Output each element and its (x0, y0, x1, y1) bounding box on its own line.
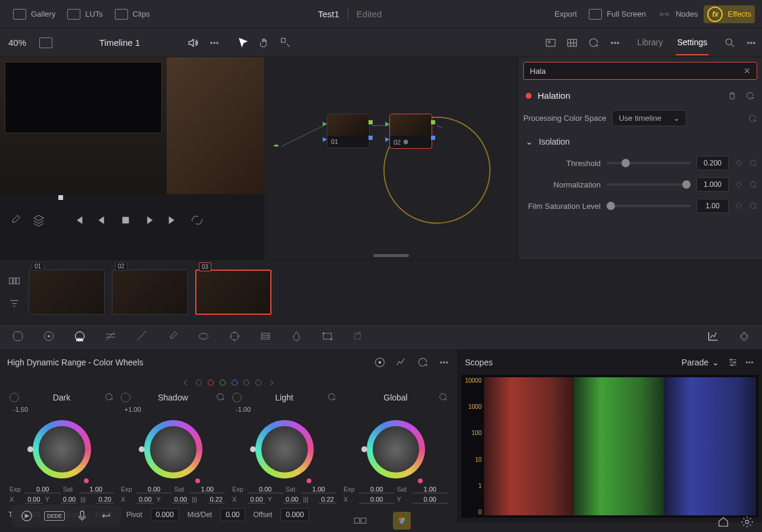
first-frame-button[interactable] (71, 214, 85, 227)
dede-badge[interactable]: DEDE (44, 511, 65, 521)
mute-button[interactable] (182, 32, 204, 54)
stop-button[interactable] (119, 214, 132, 227)
more-wheels-icon[interactable] (438, 356, 450, 368)
grid-mode-icon[interactable] (561, 32, 583, 54)
mic-icon[interactable] (76, 509, 89, 522)
film-sat-value[interactable]: 1.00 (697, 199, 729, 213)
zone-icon[interactable] (374, 356, 386, 368)
search-button[interactable] (719, 32, 741, 54)
viewer-image[interactable] (0, 57, 264, 194)
cursor-tool[interactable] (232, 32, 254, 54)
sizing-icon[interactable] (320, 330, 335, 344)
hand-tool[interactable] (254, 32, 275, 54)
home-icon[interactable] (717, 515, 730, 528)
zone-toggle-icon[interactable] (121, 393, 130, 402)
clear-search-icon[interactable]: ✕ (744, 66, 751, 76)
effects-button[interactable]: fx Effects (704, 5, 755, 23)
image-mode-icon[interactable] (540, 32, 561, 54)
hdr-wheels-icon[interactable]: HDR (73, 330, 87, 344)
key-icon[interactable] (289, 330, 304, 344)
zoom-tool[interactable] (275, 32, 296, 54)
info-icon[interactable] (737, 330, 751, 344)
layers-icon[interactable] (32, 214, 45, 227)
clip-03[interactable]: 03 (195, 270, 271, 315)
luts-button[interactable]: LUTs (61, 5, 109, 23)
reset-pcs-icon[interactable] (748, 114, 757, 123)
node-01[interactable]: 01 ▶ ▶ (327, 114, 370, 148)
node-scroll[interactable] (373, 254, 409, 257)
reset-wheel-icon[interactable] (438, 392, 448, 403)
trash-icon[interactable] (727, 91, 737, 101)
last-frame-button[interactable] (167, 214, 180, 227)
reset-param-icon[interactable] (749, 180, 757, 189)
tab-settings[interactable]: Settings (676, 30, 708, 55)
zone-dot[interactable] (243, 380, 249, 386)
curves-icon[interactable] (135, 330, 149, 344)
zoom-level[interactable]: 40% (0, 37, 35, 48)
pcs-dropdown[interactable]: Use timeline ⌄ (612, 110, 686, 126)
tab-library[interactable]: Library (636, 30, 664, 55)
more-viewer-button[interactable] (204, 32, 225, 54)
3d-icon[interactable] (351, 330, 366, 344)
color-wheels-icon[interactable] (42, 330, 56, 344)
offset-value[interactable]: 0.000 (280, 508, 309, 521)
more-node-button[interactable] (604, 32, 626, 54)
reset-all-icon[interactable] (417, 356, 429, 368)
refresh-viewer-button[interactable] (583, 32, 604, 54)
qualifier-icon[interactable] (165, 330, 180, 344)
play-button[interactable] (143, 214, 156, 227)
return-icon[interactable] (99, 509, 113, 522)
loop-button[interactable] (190, 214, 204, 227)
node-02[interactable]: 02 ⊗ ▶ ▶ (389, 114, 432, 149)
prev-frame-button[interactable] (95, 214, 108, 227)
eyedropper-icon[interactable] (8, 214, 21, 227)
next-zone-icon[interactable] (267, 378, 276, 387)
reset-wheel-icon[interactable] (327, 392, 336, 403)
threshold-value[interactable]: 0.200 (697, 156, 729, 170)
film-sat-slider[interactable] (607, 205, 691, 207)
reset-param-icon[interactable] (749, 159, 757, 167)
gallery-button[interactable]: Gallery (7, 5, 61, 23)
quick-export-icon[interactable] (20, 509, 33, 522)
fx-search-input[interactable]: ✕ (523, 62, 757, 80)
global-color-wheel[interactable] (363, 417, 429, 482)
node-graph[interactable]: 01 ▶ ▶ 02 ⊗ ▶ ▶ (264, 57, 518, 259)
zone-toggle-icon[interactable] (10, 393, 19, 402)
filter-icon[interactable] (7, 298, 21, 309)
reset-wheel-icon[interactable] (216, 392, 225, 403)
middet-value[interactable]: 0.00 (220, 508, 245, 521)
normalization-slider[interactable] (607, 183, 691, 186)
rgb-mixer-icon[interactable] (104, 330, 118, 344)
zone-dot[interactable] (232, 380, 238, 386)
export-button[interactable]: Export (544, 6, 583, 22)
reset-param-icon[interactable] (749, 202, 757, 210)
scopes-icon[interactable] (706, 330, 720, 344)
shadow-color-wheel[interactable] (140, 417, 206, 482)
isolation-section[interactable]: ⌄ Isolation (523, 131, 757, 152)
graph-icon[interactable] (395, 356, 407, 368)
reset-fx-icon[interactable] (745, 91, 755, 101)
threshold-slider[interactable] (607, 162, 691, 164)
timeline-title[interactable]: Timeline 1 (57, 37, 182, 48)
pivot-value[interactable]: 0.000 (151, 508, 179, 521)
search-field[interactable] (530, 67, 744, 76)
fullscreen-button[interactable]: Full Screen (583, 5, 652, 23)
tracker-icon[interactable] (227, 330, 242, 344)
dark-color-wheel[interactable] (29, 417, 95, 482)
normalization-value[interactable]: 1.000 (697, 177, 729, 192)
zone-toggle-icon[interactable] (232, 393, 242, 402)
light-color-wheel[interactable] (252, 417, 317, 482)
clip-02[interactable]: 02 (112, 270, 188, 315)
keyframe-icon[interactable] (735, 180, 743, 189)
more-panel-button[interactable] (741, 32, 762, 54)
reset-wheel-icon[interactable] (104, 392, 114, 403)
zone-dot[interactable] (220, 380, 226, 386)
zone-dot[interactable] (196, 380, 202, 386)
camera-raw-icon[interactable] (11, 330, 25, 344)
jog-bar[interactable] (0, 195, 264, 204)
blur-icon[interactable] (258, 330, 273, 344)
scopes-settings-icon[interactable] (727, 357, 738, 368)
color-match-icon[interactable] (351, 512, 369, 530)
clip-01[interactable]: 01 (29, 270, 105, 315)
zone-dot[interactable] (255, 380, 261, 386)
